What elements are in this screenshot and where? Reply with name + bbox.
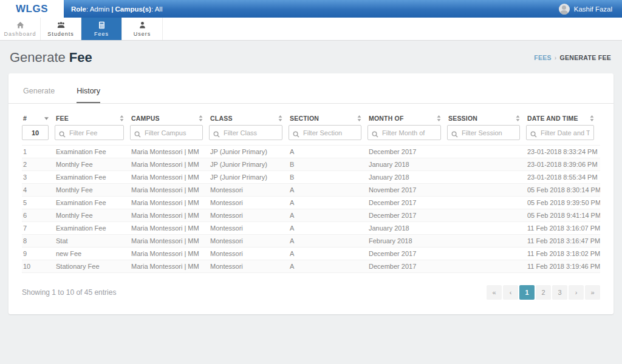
table-row[interactable]: 2Monthly FeeMaria Montessori | MMJP (Jun…: [22, 158, 600, 171]
cell-fee: Monthly Fee: [55, 158, 130, 171]
cell-index: 9: [22, 248, 55, 260]
cell-fee: Monthly Fee: [55, 209, 130, 222]
cell-campus: Maria Montessori | MM: [130, 260, 209, 273]
search-icon: [293, 131, 299, 138]
cell-fee: Monthly Fee: [55, 184, 130, 197]
nav-item-label: Fees: [94, 31, 109, 37]
table-row[interactable]: 7Examination FeeMaria Montessori | MMMon…: [22, 222, 600, 235]
cell-month: February 2018: [367, 235, 447, 248]
students-icon: [57, 21, 65, 29]
card-tabs: Generate History: [9, 73, 613, 104]
breadcrumb: FEES › GENERATE FEE: [534, 54, 611, 61]
table-row[interactable]: 6Monthly FeeMaria Montessori | MMMontess…: [22, 209, 600, 222]
nav-item-fees[interactable]: Fees: [81, 18, 122, 40]
cell-month: December 2017: [367, 197, 447, 209]
table-row[interactable]: 9new FeeMaria Montessori | MMMontessoriA…: [22, 248, 600, 260]
table-row[interactable]: 8StatMaria Montessori | MMMontessoriAFeb…: [22, 235, 600, 248]
search-icon: [451, 131, 458, 138]
filter-class-input[interactable]: [209, 125, 282, 140]
table-row[interactable]: 10Stationary FeeMaria Montessori | MMMon…: [22, 260, 600, 273]
table-row[interactable]: 4Monthly FeeMaria Montessori | MMMontess…: [22, 184, 600, 197]
cell-fee: Examination Fee: [55, 146, 130, 158]
pagination-page-3[interactable]: 3: [552, 285, 567, 300]
column-header-class[interactable]: CLASS: [210, 115, 285, 122]
cell-section: A: [289, 235, 367, 248]
cell-campus: Maria Montessori | MM: [130, 222, 209, 235]
top-bar-blue: Role: Admin|Campus(s): All Kashif Fazal: [64, 0, 622, 18]
cell-datetime: 23-01-2018 8:55:34 PM: [526, 171, 600, 184]
cell-campus: Maria Montessori | MM: [130, 171, 209, 184]
cell-session: [447, 248, 526, 260]
user-menu[interactable]: Kashif Fazal: [559, 4, 612, 15]
cell-index: 7: [22, 222, 55, 235]
search-icon: [59, 131, 66, 138]
table-row[interactable]: 5Examination FeeMaria Montessori | MMMon…: [22, 197, 600, 209]
column-header-session[interactable]: SESSION: [448, 115, 522, 122]
cell-class: JP (Junior Primary): [209, 158, 289, 171]
role-separator: |: [109, 5, 115, 13]
cell-month: December 2017: [367, 248, 447, 260]
pagination-prev-button[interactable]: ‹: [503, 285, 518, 300]
column-header-section[interactable]: SECTION: [290, 115, 364, 122]
table-row[interactable]: 3Examination FeeMaria Montessori | MMJP …: [22, 171, 600, 184]
avatar: [559, 4, 570, 15]
page-title-bold: Fee: [69, 50, 92, 65]
top-bar: WLGS Role: Admin|Campus(s): All Kashif F…: [0, 0, 622, 18]
pagination-page-1[interactable]: 1: [519, 285, 535, 300]
cell-index: 2: [22, 158, 55, 171]
column-header-index[interactable]: #: [23, 115, 51, 122]
filter-session-input[interactable]: [447, 125, 520, 140]
logo-block[interactable]: WLGS: [0, 0, 64, 18]
pagination-last-button[interactable]: »: [585, 285, 600, 300]
cell-datetime: 11 Feb 2018 3:19:46 PM: [526, 260, 600, 273]
nav-item-users[interactable]: Users: [122, 18, 163, 40]
cell-section: A: [289, 197, 367, 209]
campus-value: : All: [151, 5, 163, 13]
page-size-input[interactable]: [22, 125, 49, 140]
filter-section-input[interactable]: [289, 125, 361, 140]
cell-session: [447, 222, 526, 235]
showing-entries-text: Showing 1 to 10 of 45 entries: [22, 288, 116, 297]
tab-history[interactable]: History: [77, 87, 100, 103]
breadcrumb-separator: ›: [555, 55, 557, 61]
tab-generate[interactable]: Generate: [23, 87, 55, 103]
sort-icon: [590, 115, 594, 121]
role-label: Role: [71, 5, 86, 13]
pagination-next-button[interactable]: ›: [569, 285, 584, 300]
column-header-month-of[interactable]: MONTH OF: [369, 115, 443, 122]
column-header-date-time[interactable]: DATE AND TIME: [527, 115, 596, 122]
pagination-first-button[interactable]: «: [487, 285, 502, 300]
cell-class: Montessori: [209, 197, 289, 209]
cell-campus: Maria Montessori | MM: [130, 146, 209, 158]
page-header: Generate Fee FEES › GENERATE FEE: [0, 41, 622, 73]
search-icon: [213, 131, 220, 138]
pagination-page-2[interactable]: 2: [536, 285, 551, 300]
cell-month: December 2017: [367, 260, 447, 273]
cell-datetime: 11 Feb 2018 3:18:02 PM: [526, 248, 600, 260]
filter-month-input[interactable]: [367, 125, 441, 140]
role-campus-text: Role: Admin|Campus(s): All: [71, 5, 162, 13]
cell-class: JP (Junior Primary): [209, 171, 289, 184]
search-icon: [530, 131, 537, 138]
nav-item-students[interactable]: Students: [41, 18, 81, 40]
search-icon: [372, 131, 378, 138]
nav-item-label: Users: [134, 31, 151, 37]
cell-campus: Maria Montessori | MM: [130, 197, 209, 209]
sort-icon: [357, 115, 361, 121]
breadcrumb-fees-link[interactable]: FEES: [534, 54, 552, 61]
cell-fee: Examination Fee: [55, 222, 130, 235]
cell-session: [447, 171, 526, 184]
page-title-light: Generate: [10, 50, 69, 65]
role-value: : Admin: [86, 5, 109, 13]
column-header-campus[interactable]: CAMPUS: [131, 115, 205, 122]
table-row[interactable]: 1Examination FeeMaria Montessori | MMJP …: [22, 146, 600, 158]
cell-index: 8: [22, 235, 55, 248]
cell-session: [447, 184, 526, 197]
filter-campus-input[interactable]: [130, 125, 203, 140]
cell-class: Montessori: [209, 222, 289, 235]
cell-class: Montessori: [209, 248, 289, 260]
cell-section: A: [289, 209, 367, 222]
column-header-fee[interactable]: FEE: [56, 115, 126, 122]
cell-month: January 2018: [367, 158, 447, 171]
nav-item-dashboard[interactable]: Dashboard: [0, 18, 41, 40]
